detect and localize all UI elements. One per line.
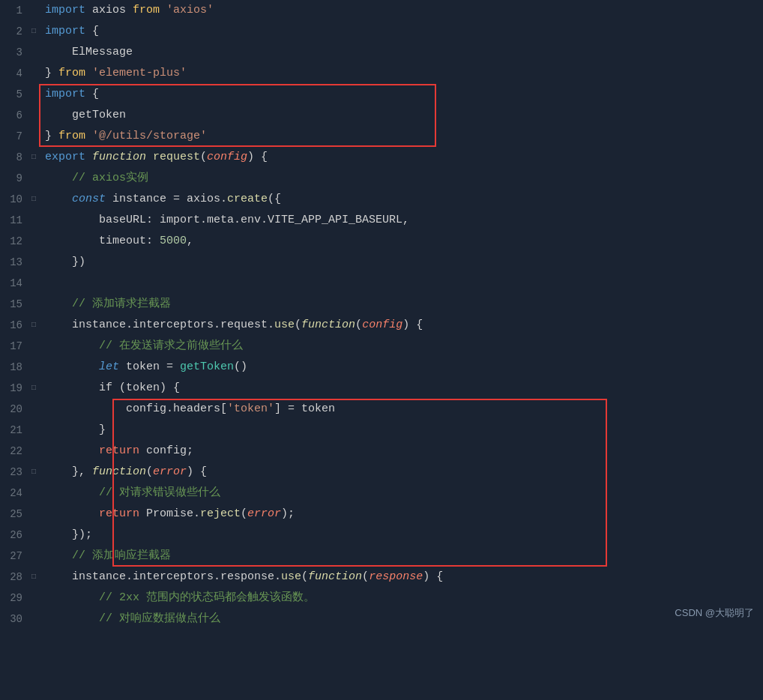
line-number: 5 bbox=[0, 84, 28, 105]
line-content: instance.interceptors.response.use(funct… bbox=[39, 567, 763, 588]
line-content: import { bbox=[39, 21, 763, 42]
token-number: 5000 bbox=[160, 235, 187, 247]
code-line: 30 // 对响应数据做点什么 bbox=[0, 609, 763, 630]
token-plain: ( bbox=[362, 570, 369, 583]
token-plain bbox=[85, 130, 92, 142]
token-plain bbox=[45, 193, 72, 205]
line-number: 6 bbox=[0, 105, 28, 126]
fold-indicator: □ bbox=[28, 378, 39, 399]
code-line: 8□export function request(config) { bbox=[0, 147, 763, 168]
code-line: 15 // 添加请求拦截器 bbox=[0, 294, 763, 315]
token-kw-import: import bbox=[45, 4, 85, 16]
line-content: // 在发送请求之前做些什么 bbox=[39, 336, 763, 357]
token-func-name: request bbox=[153, 151, 200, 163]
code-line: 1import axios from 'axios' bbox=[0, 0, 763, 21]
code-line: 22 return config; bbox=[0, 441, 763, 462]
token-plain: }) bbox=[45, 256, 85, 268]
token-comment: // 在发送请求之前做些什么 bbox=[99, 340, 243, 352]
token-kw-from: from bbox=[133, 4, 160, 16]
token-param: config bbox=[362, 319, 402, 331]
token-plain bbox=[45, 172, 72, 184]
token-plain: ( bbox=[200, 151, 207, 163]
line-number: 4 bbox=[0, 63, 28, 84]
line-content: baseURL: import.meta.env.VITE_APP_API_BA… bbox=[39, 210, 763, 231]
code-line: 12 timeout: 5000, bbox=[0, 231, 763, 252]
token-plain: ) { bbox=[423, 570, 443, 583]
token-plain: ( bbox=[146, 465, 153, 478]
line-content: import { bbox=[39, 84, 763, 105]
line-content: config.headers['token'] = token bbox=[39, 399, 763, 420]
token-plain: (token) { bbox=[112, 381, 180, 394]
token-kw-function: function bbox=[308, 570, 362, 583]
token-plain: getToken bbox=[45, 109, 126, 121]
token-param: config bbox=[207, 151, 247, 163]
token-kw-const: const bbox=[72, 193, 106, 205]
token-plain: axios bbox=[85, 4, 133, 16]
token-plain bbox=[45, 507, 99, 520]
line-content: export function request(config) { bbox=[39, 147, 763, 168]
token-plain: instance = axios. bbox=[106, 193, 227, 205]
token-green: getToken bbox=[180, 360, 234, 373]
token-kw-function: function bbox=[92, 465, 146, 478]
token-plain: ] = token bbox=[274, 402, 335, 415]
code-line: 7} from '@/utils/storage' bbox=[0, 126, 763, 147]
line-number: 8 bbox=[0, 147, 28, 168]
line-number: 26 bbox=[0, 525, 28, 546]
line-content: }, function(error) { bbox=[39, 462, 763, 483]
code-line: 24 // 对请求错误做些什么 bbox=[0, 483, 763, 504]
line-content: } from '@/utils/storage' bbox=[39, 126, 763, 147]
line-content: // 对请求错误做些什么 bbox=[39, 483, 763, 504]
token-plain: { bbox=[85, 88, 99, 100]
token-plain: , bbox=[187, 235, 193, 247]
fold-indicator: □ bbox=[28, 21, 39, 42]
token-kw-import: export bbox=[45, 151, 85, 163]
token-plain bbox=[45, 340, 99, 352]
line-content: }); bbox=[39, 525, 763, 546]
token-param: error bbox=[247, 507, 281, 520]
code-line: 6 getToken bbox=[0, 105, 763, 126]
line-content: timeout: 5000, bbox=[39, 231, 763, 252]
fold-indicator: □ bbox=[28, 315, 39, 336]
token-plain bbox=[45, 381, 99, 394]
line-number: 28 bbox=[0, 567, 28, 588]
code-line: 9 // axios实例 bbox=[0, 168, 763, 189]
token-plain bbox=[45, 486, 99, 499]
token-func-name: reject bbox=[200, 507, 241, 520]
token-kw-if: if bbox=[99, 381, 112, 394]
line-content: // 对响应数据做点什么 bbox=[39, 609, 763, 630]
line-content: ElMessage bbox=[39, 42, 763, 63]
line-content: instance.interceptors.request.use(functi… bbox=[39, 315, 763, 336]
line-content: return config; bbox=[39, 441, 763, 462]
code-line: 18 let token = getToken() bbox=[0, 357, 763, 378]
line-content: } bbox=[39, 420, 763, 441]
line-number: 7 bbox=[0, 126, 28, 147]
token-plain bbox=[45, 549, 72, 562]
token-kw-let: let bbox=[99, 360, 119, 373]
token-comment: // 添加请求拦截器 bbox=[72, 298, 171, 310]
code-line: 14 bbox=[0, 273, 763, 294]
token-kw-import: import bbox=[45, 25, 85, 37]
token-plain: ( bbox=[241, 507, 247, 520]
token-plain: ); bbox=[281, 507, 295, 520]
line-number: 30 bbox=[0, 609, 28, 630]
token-string: 'token' bbox=[227, 402, 274, 415]
token-plain: config.headers[ bbox=[45, 402, 227, 415]
token-comment: // axios实例 bbox=[72, 172, 148, 184]
line-number: 17 bbox=[0, 336, 28, 357]
token-plain: instance.interceptors.request. bbox=[45, 319, 274, 331]
line-number: 12 bbox=[0, 231, 28, 252]
code-line: 21 } bbox=[0, 420, 763, 441]
line-content: return Promise.reject(error); bbox=[39, 504, 763, 525]
code-line: 19□ if (token) { bbox=[0, 378, 763, 399]
code-line: 25 return Promise.reject(error); bbox=[0, 504, 763, 525]
line-content: }) bbox=[39, 252, 763, 273]
token-plain: ) { bbox=[402, 319, 423, 331]
token-plain bbox=[85, 67, 92, 79]
token-plain bbox=[160, 4, 166, 16]
token-plain: ) { bbox=[247, 151, 268, 163]
line-number: 18 bbox=[0, 357, 28, 378]
token-plain: } bbox=[45, 130, 58, 142]
token-plain: Promise. bbox=[139, 507, 200, 520]
token-plain: { bbox=[85, 25, 99, 37]
code-line: 5import { bbox=[0, 84, 763, 105]
